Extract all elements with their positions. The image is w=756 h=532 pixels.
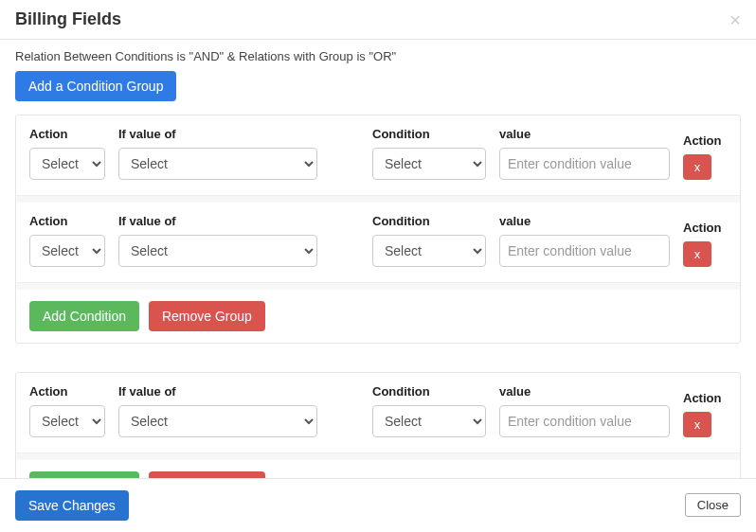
- col-value: value: [499, 214, 670, 267]
- col-condition: Condition Select: [372, 214, 486, 267]
- delete-row-button[interactable]: x: [683, 412, 711, 437]
- condition-select[interactable]: Select: [372, 148, 486, 180]
- group-actions: Add Condition Remove Group: [16, 460, 740, 477]
- condition-group: Action Select If value of Select Conditi…: [15, 372, 741, 477]
- value-input[interactable]: [499, 148, 670, 180]
- col-if-value: If value of Select: [118, 384, 317, 437]
- value-label: value: [499, 127, 670, 141]
- row-divider: [16, 282, 740, 290]
- condition-row: Action Select If value of Select Conditi…: [16, 373, 740, 452]
- modal-title: Billing Fields: [15, 9, 121, 29]
- action-select[interactable]: Select: [29, 405, 105, 437]
- condition-row: Action Select If value of Select Conditi…: [16, 115, 740, 195]
- field-select[interactable]: Select: [118, 235, 317, 267]
- value-label: value: [499, 214, 670, 228]
- condition-label: Condition: [372, 127, 486, 141]
- action2-label: Action: [683, 133, 721, 148]
- delete-row-button[interactable]: x: [683, 241, 711, 267]
- relation-help-text: Relation Between Conditions is "AND" & R…: [15, 49, 741, 63]
- col-action-delete: Action x: [683, 221, 727, 267]
- close-button[interactable]: Close: [685, 493, 741, 517]
- if-value-label: If value of: [118, 127, 317, 141]
- remove-group-button[interactable]: Remove Group: [149, 301, 265, 331]
- group-actions: Add Condition Remove Group: [16, 290, 740, 343]
- close-icon[interactable]: ×: [729, 10, 741, 29]
- action2-label: Action: [683, 391, 721, 405]
- col-action: Action Select: [29, 127, 105, 180]
- condition-select[interactable]: Select: [372, 235, 486, 267]
- condition-label: Condition: [372, 214, 486, 228]
- modal-footer: Save Changes Close: [0, 478, 756, 532]
- condition-label: Condition: [372, 384, 486, 399]
- condition-row: Action Select If value of Select Conditi…: [16, 203, 740, 282]
- col-action-delete: Action x: [683, 391, 727, 437]
- billing-fields-modal: Billing Fields × Relation Between Condit…: [0, 0, 756, 532]
- add-condition-group-button[interactable]: Add a Condition Group: [15, 71, 176, 101]
- modal-body: Relation Between Conditions is "AND" & R…: [0, 40, 756, 478]
- add-condition-button[interactable]: Add Condition: [29, 301, 139, 331]
- field-select[interactable]: Select: [118, 405, 317, 437]
- modal-header: Billing Fields ×: [0, 0, 756, 40]
- modal-scroll-area[interactable]: Relation Between Conditions is "AND" & R…: [0, 40, 756, 478]
- if-value-label: If value of: [118, 384, 317, 399]
- col-value: value: [499, 127, 670, 180]
- col-condition: Condition Select: [372, 384, 486, 437]
- col-action-delete: Action x: [683, 133, 727, 180]
- col-if-value: If value of Select: [118, 214, 317, 267]
- col-if-value: If value of Select: [118, 127, 317, 180]
- col-action: Action Select: [29, 384, 105, 437]
- action-label: Action: [29, 127, 105, 141]
- field-select[interactable]: Select: [118, 148, 317, 180]
- action-label: Action: [29, 214, 105, 228]
- action2-label: Action: [683, 221, 721, 235]
- remove-group-button[interactable]: Remove Group: [149, 471, 265, 477]
- save-changes-button[interactable]: Save Changes: [15, 490, 129, 521]
- delete-row-button[interactable]: x: [683, 154, 711, 180]
- col-action: Action Select: [29, 214, 105, 267]
- action-label: Action: [29, 384, 105, 399]
- action-select[interactable]: Select: [29, 235, 105, 267]
- row-divider: [16, 452, 740, 460]
- value-input[interactable]: [499, 405, 670, 437]
- condition-select[interactable]: Select: [372, 405, 486, 437]
- value-label: value: [499, 384, 670, 399]
- add-condition-button[interactable]: Add Condition: [29, 471, 139, 477]
- action-select[interactable]: Select: [29, 148, 105, 180]
- if-value-label: If value of: [118, 214, 317, 228]
- condition-group: Action Select If value of Select Conditi…: [15, 115, 741, 344]
- col-value: value: [499, 384, 670, 437]
- value-input[interactable]: [499, 235, 670, 267]
- col-condition: Condition Select: [372, 127, 486, 180]
- row-divider: [16, 195, 740, 203]
